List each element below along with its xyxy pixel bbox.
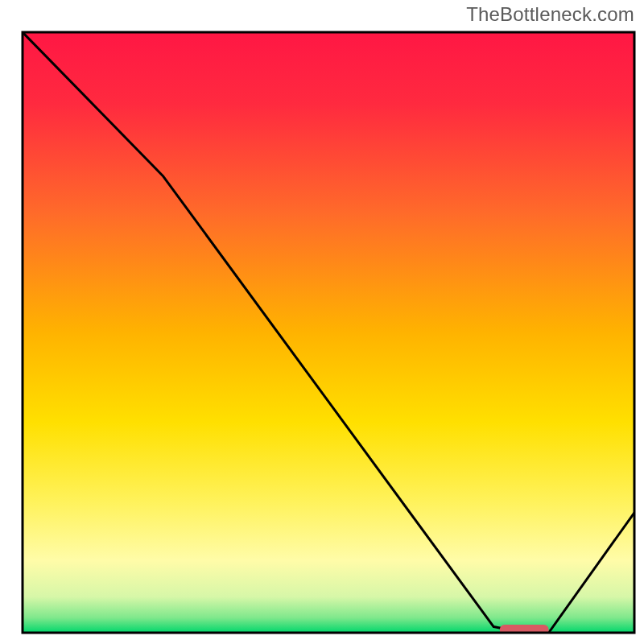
- chart-svg: [0, 0, 644, 644]
- watermark-label: TheBottleneck.com: [466, 3, 634, 26]
- bottleneck-chart: TheBottleneck.com: [0, 0, 644, 644]
- plot-area: [23, 32, 634, 635]
- gradient-background: [23, 32, 634, 633]
